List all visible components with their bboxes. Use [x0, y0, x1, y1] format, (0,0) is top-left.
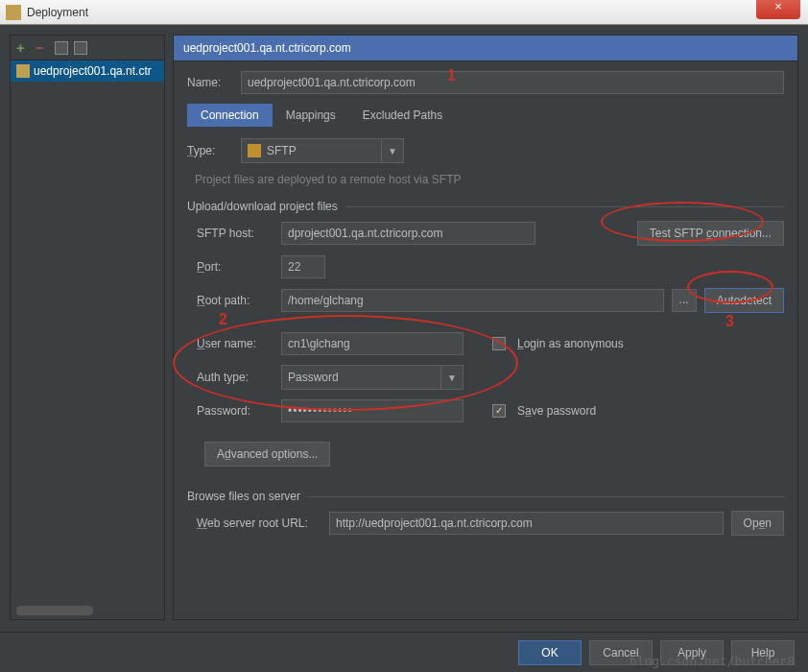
- window-titlebar: Deployment ×: [0, 0, 808, 25]
- name-row: Name:: [187, 71, 784, 94]
- add-icon[interactable]: +: [16, 41, 30, 55]
- port-field[interactable]: [281, 255, 325, 278]
- auth-value: Password: [288, 371, 339, 384]
- advanced-button[interactable]: Advanced options...: [204, 442, 330, 467]
- type-value: SFTP: [267, 144, 297, 157]
- auth-label: Auth type:: [197, 371, 273, 384]
- savepass-checkbox[interactable]: ✓: [492, 404, 506, 418]
- root-label: Root path:: [197, 294, 273, 307]
- open-button[interactable]: Open: [731, 511, 784, 536]
- sidebar-spacer: [11, 82, 164, 602]
- window-title: Deployment: [27, 6, 88, 19]
- web-row: Web server root URL: Open: [187, 511, 784, 536]
- copy-icon[interactable]: [55, 41, 68, 55]
- host-label: SFTP host:: [197, 227, 273, 240]
- user-label: User name:: [197, 337, 273, 350]
- user-field[interactable]: [281, 332, 463, 355]
- remove-icon[interactable]: −: [36, 41, 49, 55]
- main-split: + − uedproject001.qa.nt.ctr uedproject00…: [0, 25, 808, 630]
- autodetect-button[interactable]: Autodetect: [704, 288, 784, 313]
- tabs: Connection Mappings Excluded Paths: [187, 104, 784, 127]
- upload-group: Upload/download project files SFTP host:…: [187, 200, 784, 476]
- port-row: Port:: [187, 255, 784, 278]
- chevron-down-icon: ▼: [381, 139, 397, 162]
- cancel-button[interactable]: Cancel: [589, 640, 653, 665]
- sidebar-scrollbar[interactable]: [16, 606, 93, 615]
- ok-button[interactable]: OK: [518, 640, 582, 665]
- web-label: Web server root URL:: [197, 516, 321, 530]
- savepass-label: Save password: [517, 404, 596, 418]
- browse-legend: Browse files on server: [187, 490, 308, 503]
- content-panel: uedproject001.qa.nt.ctricorp.com Name: C…: [173, 35, 798, 620]
- host-row: SFTP host: Test SFTP connection...: [187, 221, 784, 246]
- user-row: User name: Login as anonymous: [187, 332, 784, 355]
- test-connection-button[interactable]: Test SFTP connection...: [637, 221, 784, 246]
- sidebar-toolbar: + −: [11, 36, 164, 60]
- pass-field[interactable]: [281, 399, 463, 422]
- sftp-icon: [248, 144, 261, 157]
- browse-root-button[interactable]: ...: [672, 289, 697, 312]
- name-field[interactable]: [241, 71, 784, 94]
- app-icon: [6, 5, 21, 20]
- server-icon: [16, 64, 30, 78]
- sidebar: + − uedproject001.qa.nt.ctr: [10, 35, 165, 620]
- close-button[interactable]: ×: [756, 0, 800, 19]
- sidebar-item-server[interactable]: uedproject001.qa.nt.ctr: [11, 60, 164, 82]
- pass-row: Password: ✓ Save password: [187, 399, 784, 422]
- type-label: Type:: [187, 144, 233, 157]
- port-label: Port:: [197, 260, 273, 274]
- dialog-buttons: OK Cancel Apply Help: [0, 632, 808, 672]
- paste-icon[interactable]: [74, 41, 87, 55]
- sidebar-item-label: uedproject001.qa.nt.ctr: [34, 64, 152, 78]
- content-header: uedproject001.qa.nt.ctricorp.com: [174, 36, 797, 61]
- name-label: Name:: [187, 76, 233, 89]
- web-field[interactable]: [329, 512, 724, 535]
- host-field[interactable]: [281, 222, 535, 245]
- pass-label: Password:: [197, 404, 273, 418]
- upload-legend: Upload/download project files: [187, 200, 345, 213]
- apply-button[interactable]: Apply: [660, 640, 724, 665]
- anon-checkbox[interactable]: [492, 337, 506, 350]
- chevron-down-icon: ▼: [440, 366, 457, 389]
- tab-connection[interactable]: Connection: [187, 104, 273, 127]
- type-select[interactable]: SFTP ▼: [241, 138, 404, 163]
- advanced-row: Advanced options...: [187, 442, 784, 467]
- content-body: Name: Connection Mappings Excluded Paths…: [174, 61, 797, 619]
- root-row: Root path: ... Autodetect: [187, 288, 784, 313]
- auth-select[interactable]: Password ▼: [281, 365, 463, 390]
- root-field[interactable]: [281, 289, 664, 312]
- tab-excluded[interactable]: Excluded Paths: [349, 104, 456, 127]
- type-hint: Project files are deployed to a remote h…: [195, 173, 784, 186]
- auth-row: Auth type: Password ▼: [187, 365, 784, 390]
- help-button[interactable]: Help: [731, 640, 795, 665]
- browse-group: Browse files on server Web server root U…: [187, 490, 784, 545]
- tab-mappings[interactable]: Mappings: [273, 104, 349, 127]
- anon-label: Login as anonymous: [517, 337, 624, 350]
- type-row: Type: SFTP ▼: [187, 138, 784, 163]
